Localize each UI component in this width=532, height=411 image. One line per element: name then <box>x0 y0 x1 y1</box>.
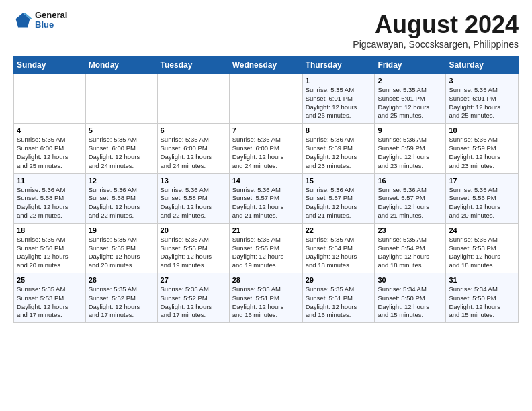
calendar-cell: 18Sunrise: 5:35 AM Sunset: 5:56 PM Dayli… <box>14 223 86 273</box>
day-info: Sunrise: 5:36 AM Sunset: 5:59 PM Dayligh… <box>449 136 515 170</box>
day-info: Sunrise: 5:36 AM Sunset: 5:57 PM Dayligh… <box>378 186 443 220</box>
calendar-cell: 2Sunrise: 5:35 AM Sunset: 6:01 PM Daylig… <box>375 74 446 124</box>
day-number: 8 <box>306 126 372 134</box>
day-number: 6 <box>161 126 226 134</box>
day-number: 23 <box>378 226 443 234</box>
calendar-cell: 3Sunrise: 5:35 AM Sunset: 6:01 PM Daylig… <box>446 74 519 124</box>
calendar-cell: 16Sunrise: 5:36 AM Sunset: 5:57 PM Dayli… <box>375 173 446 223</box>
weekday-saturday: Saturday <box>446 57 519 74</box>
calendar-cell: 26Sunrise: 5:35 AM Sunset: 5:52 PM Dayli… <box>85 273 157 323</box>
weekday-monday: Monday <box>85 57 157 74</box>
day-number: 30 <box>378 276 443 284</box>
day-number: 13 <box>161 177 226 185</box>
day-info: Sunrise: 5:35 AM Sunset: 6:00 PM Dayligh… <box>89 136 154 170</box>
day-number: 25 <box>17 276 83 284</box>
day-number: 7 <box>232 126 300 134</box>
calendar-cell: 25Sunrise: 5:35 AM Sunset: 5:53 PM Dayli… <box>14 273 86 323</box>
day-number: 20 <box>161 226 226 234</box>
day-info: Sunrise: 5:35 AM Sunset: 6:00 PM Dayligh… <box>17 136 83 170</box>
day-info: Sunrise: 5:35 AM Sunset: 5:56 PM Dayligh… <box>449 186 515 220</box>
day-number: 28 <box>232 276 300 284</box>
day-info: Sunrise: 5:36 AM Sunset: 6:00 PM Dayligh… <box>232 136 300 170</box>
svg-marker-0 <box>16 13 30 28</box>
day-info: Sunrise: 5:35 AM Sunset: 5:54 PM Dayligh… <box>306 236 372 270</box>
calendar-header: SundayMondayTuesdayWednesdayThursdayFrid… <box>14 57 519 74</box>
day-info: Sunrise: 5:36 AM Sunset: 5:58 PM Dayligh… <box>89 186 154 220</box>
calendar-cell: 5Sunrise: 5:35 AM Sunset: 6:00 PM Daylig… <box>85 124 157 173</box>
calendar-cell: 8Sunrise: 5:36 AM Sunset: 5:59 PM Daylig… <box>302 124 375 173</box>
calendar-table: SundayMondayTuesdayWednesdayThursdayFrid… <box>13 56 519 323</box>
day-number: 17 <box>449 177 515 185</box>
calendar-cell: 15Sunrise: 5:36 AM Sunset: 5:57 PM Dayli… <box>302 173 375 223</box>
weekday-wednesday: Wednesday <box>229 57 302 74</box>
weekday-sunday: Sunday <box>14 57 86 74</box>
day-number: 9 <box>378 126 443 134</box>
day-number: 15 <box>306 177 372 185</box>
calendar-cell: 19Sunrise: 5:35 AM Sunset: 5:55 PM Dayli… <box>85 223 157 273</box>
calendar-cell <box>14 74 86 124</box>
calendar-cell: 11Sunrise: 5:36 AM Sunset: 5:58 PM Dayli… <box>14 173 86 223</box>
day-number: 11 <box>17 177 83 185</box>
calendar-cell: 10Sunrise: 5:36 AM Sunset: 5:59 PM Dayli… <box>446 124 519 173</box>
calendar-cell: 20Sunrise: 5:35 AM Sunset: 5:55 PM Dayli… <box>157 223 229 273</box>
day-info: Sunrise: 5:34 AM Sunset: 5:50 PM Dayligh… <box>449 285 515 320</box>
day-number: 10 <box>449 126 515 134</box>
day-info: Sunrise: 5:35 AM Sunset: 5:55 PM Dayligh… <box>89 236 154 270</box>
calendar-cell <box>229 74 302 124</box>
weekday-thursday: Thursday <box>302 57 375 74</box>
day-info: Sunrise: 5:35 AM Sunset: 6:01 PM Dayligh… <box>378 86 443 120</box>
calendar-cell: 28Sunrise: 5:35 AM Sunset: 5:51 PM Dayli… <box>229 273 302 323</box>
calendar-cell: 29Sunrise: 5:35 AM Sunset: 5:51 PM Dayli… <box>302 273 375 323</box>
day-info: Sunrise: 5:35 AM Sunset: 5:54 PM Dayligh… <box>378 236 443 270</box>
calendar-week-5: 25Sunrise: 5:35 AM Sunset: 5:53 PM Dayli… <box>14 273 519 323</box>
calendar-week-1: 1Sunrise: 5:35 AM Sunset: 6:01 PM Daylig… <box>14 74 519 124</box>
day-info: Sunrise: 5:35 AM Sunset: 5:52 PM Dayligh… <box>89 285 154 320</box>
calendar-cell: 30Sunrise: 5:34 AM Sunset: 5:50 PM Dayli… <box>375 273 446 323</box>
page-subtitle: Pigcawayan, Soccsksargen, Philippines <box>353 39 519 50</box>
day-number: 2 <box>378 77 443 85</box>
calendar-cell: 23Sunrise: 5:35 AM Sunset: 5:54 PM Dayli… <box>375 223 446 273</box>
day-number: 16 <box>378 177 443 185</box>
day-number: 29 <box>306 276 372 284</box>
day-info: Sunrise: 5:36 AM Sunset: 5:57 PM Dayligh… <box>232 186 300 220</box>
day-info: Sunrise: 5:36 AM Sunset: 5:58 PM Dayligh… <box>17 186 83 220</box>
day-info: Sunrise: 5:36 AM Sunset: 5:59 PM Dayligh… <box>378 136 443 170</box>
day-info: Sunrise: 5:35 AM Sunset: 6:01 PM Dayligh… <box>306 86 372 120</box>
day-info: Sunrise: 5:35 AM Sunset: 5:52 PM Dayligh… <box>161 285 226 320</box>
calendar-week-4: 18Sunrise: 5:35 AM Sunset: 5:56 PM Dayli… <box>14 223 519 273</box>
day-info: Sunrise: 5:35 AM Sunset: 5:51 PM Dayligh… <box>232 285 300 320</box>
day-info: Sunrise: 5:35 AM Sunset: 5:55 PM Dayligh… <box>232 236 300 270</box>
day-info: Sunrise: 5:35 AM Sunset: 6:00 PM Dayligh… <box>161 136 226 170</box>
day-number: 22 <box>306 226 372 234</box>
day-info: Sunrise: 5:36 AM Sunset: 5:59 PM Dayligh… <box>306 136 372 170</box>
day-number: 3 <box>449 77 515 85</box>
day-info: Sunrise: 5:35 AM Sunset: 6:01 PM Dayligh… <box>449 86 515 120</box>
day-number: 14 <box>232 177 300 185</box>
title-block: August 2024 Pigcawayan, Soccsksargen, Ph… <box>353 11 519 50</box>
day-number: 24 <box>449 226 515 234</box>
day-number: 4 <box>17 126 83 134</box>
calendar-cell: 6Sunrise: 5:35 AM Sunset: 6:00 PM Daylig… <box>157 124 229 173</box>
calendar-cell: 14Sunrise: 5:36 AM Sunset: 5:57 PM Dayli… <box>229 173 302 223</box>
day-info: Sunrise: 5:36 AM Sunset: 5:57 PM Dayligh… <box>306 186 372 220</box>
day-number: 21 <box>232 226 300 234</box>
day-number: 27 <box>161 276 226 284</box>
calendar-body: 1Sunrise: 5:35 AM Sunset: 6:01 PM Daylig… <box>14 74 519 323</box>
calendar-cell: 21Sunrise: 5:35 AM Sunset: 5:55 PM Dayli… <box>229 223 302 273</box>
day-number: 26 <box>89 276 154 284</box>
calendar-cell: 22Sunrise: 5:35 AM Sunset: 5:54 PM Dayli… <box>302 223 375 273</box>
calendar-cell: 9Sunrise: 5:36 AM Sunset: 5:59 PM Daylig… <box>375 124 446 173</box>
day-number: 1 <box>306 77 372 85</box>
weekday-header-row: SundayMondayTuesdayWednesdayThursdayFrid… <box>14 57 519 74</box>
page-header: General Blue August 2024 Pigcawayan, Soc… <box>13 11 519 50</box>
calendar-cell: 1Sunrise: 5:35 AM Sunset: 6:01 PM Daylig… <box>302 74 375 124</box>
day-info: Sunrise: 5:35 AM Sunset: 5:53 PM Dayligh… <box>449 236 515 270</box>
calendar-cell: 27Sunrise: 5:35 AM Sunset: 5:52 PM Dayli… <box>157 273 229 323</box>
day-info: Sunrise: 5:36 AM Sunset: 5:58 PM Dayligh… <box>161 186 226 220</box>
weekday-tuesday: Tuesday <box>157 57 229 74</box>
calendar-cell <box>85 74 157 124</box>
page-title: August 2024 <box>353 11 519 39</box>
calendar-cell: 13Sunrise: 5:36 AM Sunset: 5:58 PM Dayli… <box>157 173 229 223</box>
day-number: 31 <box>449 276 515 284</box>
logo-text: General Blue <box>35 11 67 30</box>
